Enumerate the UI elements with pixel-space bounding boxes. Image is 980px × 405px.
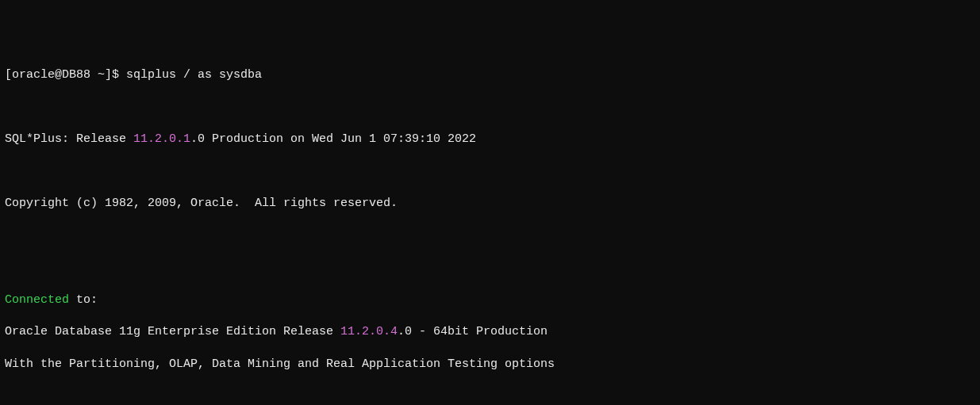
blank (5, 164, 975, 180)
copyright: Copyright (c) 1982, 2009, Oracle. All ri… (5, 196, 975, 212)
db1ver: 11.2.0.4 (340, 325, 398, 338)
shell-line: [oracle@DB88 ~]$ sqlplus / as sysdba (5, 67, 975, 83)
db-line2: With the Partitioning, OLAP, Data Mining… (5, 357, 975, 373)
db1a: Oracle Database 11g Enterprise Edition R… (5, 325, 340, 338)
blank (5, 100, 975, 116)
blank (5, 388, 975, 404)
connected-line: Connected to: (5, 292, 975, 308)
db1b: .0 - 64bit Production (398, 325, 548, 338)
banner-suffix: .0 Production on Wed Jun 1 07:39:10 2022 (190, 132, 476, 146)
connected-to: to: (69, 293, 98, 307)
banner-version: 11.2.0.1 (133, 132, 190, 146)
banner: SQL*Plus: Release 11.2.0.1.0 Production … (5, 132, 975, 147)
blank (5, 228, 975, 244)
shell-cmd: sqlplus / as sysdba (126, 68, 262, 82)
connected-word: Connected (5, 293, 69, 307)
banner-prefix: SQL*Plus: Release (5, 132, 133, 146)
shell-prompt: [oracle@DB88 ~]$ (5, 68, 126, 82)
db-line1: Oracle Database 11g Enterprise Edition R… (5, 324, 975, 340)
blank (5, 260, 975, 276)
